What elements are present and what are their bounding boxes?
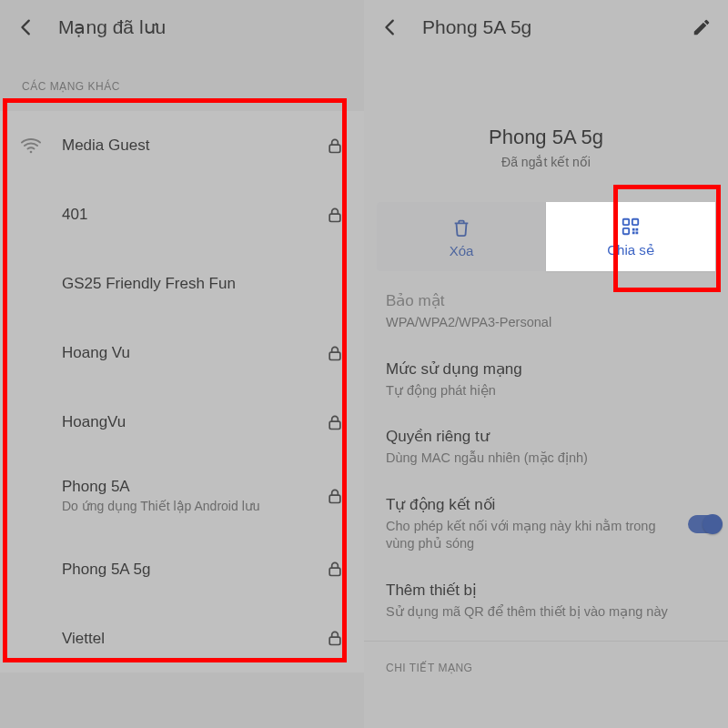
autoconnect-toggle[interactable] — [688, 515, 721, 533]
network-item[interactable]: Phong 5A 5g — [0, 534, 364, 603]
network-subtitle: Do ứng dụng Thiết lập Android lưu — [62, 498, 318, 514]
svg-rect-3 — [329, 352, 340, 359]
section-header-other-networks: CÁC MẠNG KHÁC — [0, 55, 364, 111]
network-summary: Phong 5A 5g Đã ngắt kết nối — [364, 55, 728, 202]
network-detail-screen: Phong 5A 5g Phong 5A 5g Đã ngắt kết nối … — [364, 0, 728, 728]
network-status: Đã ngắt kết nối — [364, 155, 728, 169]
svg-rect-11 — [632, 228, 635, 231]
network-item[interactable]: 401 — [0, 180, 364, 249]
share-button[interactable]: Chia sẻ — [546, 202, 715, 271]
network-name: GS25 Friendly Fresh Fun — [62, 274, 344, 293]
detail-list: Bảo mật WPA/WPA2/WPA3-Personal Mức sử dụ… — [364, 271, 728, 682]
usage-label: Mức sử dụng mạng — [386, 359, 706, 379]
adddevice-value: Sử dụng mã QR để thêm thiết bị vào mạng … — [386, 603, 706, 622]
qr-icon — [621, 217, 641, 237]
share-label: Chia sẻ — [607, 242, 654, 258]
svg-point-0 — [30, 151, 33, 154]
network-item[interactable]: Hoang Vu — [0, 318, 364, 388]
network-name: Phong 5A 5g — [364, 126, 728, 149]
divider — [364, 641, 728, 642]
network-item[interactable]: Phong 5ADo ứng dụng Thiết lập Android lư… — [0, 457, 364, 534]
svg-rect-4 — [329, 421, 340, 429]
back-icon[interactable] — [380, 17, 400, 37]
row-privacy[interactable]: Quyền riêng tư Dùng MAC ngẫu nhiên (mặc … — [364, 412, 728, 480]
section-header-network-detail: CHI TIẾT MẠNG — [364, 649, 728, 682]
security-label: Bảo mật — [386, 291, 706, 310]
network-item[interactable]: GS25 Friendly Fresh Fun — [0, 249, 364, 318]
network-name: Hoang Vu — [62, 343, 318, 362]
adddevice-label: Thêm thiết bị — [386, 581, 706, 600]
privacy-value: Dùng MAC ngẫu nhiên (mặc định) — [386, 450, 706, 468]
network-item[interactable]: Viettel — [0, 603, 364, 672]
svg-rect-12 — [636, 232, 639, 235]
network-name: Media Guest — [62, 136, 318, 155]
network-name: HoangVu — [62, 412, 318, 431]
svg-rect-1 — [329, 145, 340, 152]
autoconnect-value: Cho phép kết nối với mạng này khi nằm tr… — [386, 518, 679, 553]
svg-rect-7 — [329, 638, 340, 645]
network-name: Phong 5A 5g — [62, 560, 318, 579]
page-title: Mạng đã lưu — [58, 16, 166, 38]
svg-rect-9 — [632, 219, 638, 225]
row-autoconnect[interactable]: Tự động kết nối Cho phép kết nối với mạn… — [364, 480, 728, 566]
usage-value: Tự động phát hiện — [386, 382, 706, 400]
saved-networks-screen: Mạng đã lưu CÁC MẠNG KHÁC Media Guest401… — [0, 0, 364, 728]
network-name: 401 — [62, 205, 318, 224]
lock-icon — [326, 136, 344, 155]
edit-icon[interactable] — [692, 17, 712, 37]
lock-icon — [326, 344, 344, 362]
lock-icon — [326, 413, 344, 431]
lock-icon — [326, 487, 344, 505]
lock-icon — [326, 560, 344, 578]
security-value: WPA/WPA2/WPA3-Personal — [386, 314, 706, 332]
network-list: Media Guest401GS25 Friendly Fresh FunHoa… — [0, 111, 364, 672]
header-right: Phong 5A 5g — [364, 0, 728, 55]
svg-rect-2 — [329, 214, 340, 221]
delete-label: Xóa — [450, 243, 474, 258]
page-title: Phong 5A 5g — [422, 16, 531, 38]
delete-button[interactable]: Xóa — [377, 202, 546, 271]
svg-rect-13 — [632, 232, 635, 235]
lock-icon — [326, 206, 344, 224]
row-add-device[interactable]: Thêm thiết bị Sử dụng mã QR để thêm thiế… — [364, 566, 728, 634]
row-security[interactable]: Bảo mật WPA/WPA2/WPA3-Personal — [364, 277, 728, 345]
lock-icon — [326, 629, 344, 647]
svg-rect-8 — [623, 219, 629, 225]
row-usage[interactable]: Mức sử dụng mạng Tự động phát hiện — [364, 345, 728, 413]
network-item[interactable]: HoangVu — [0, 388, 364, 457]
svg-rect-5 — [329, 495, 340, 502]
svg-rect-14 — [636, 228, 639, 231]
network-name: Phong 5A — [62, 477, 318, 496]
network-name: Viettel — [62, 629, 318, 648]
network-item[interactable]: Media Guest — [0, 111, 364, 180]
header-left: Mạng đã lưu — [0, 0, 364, 55]
wifi-icon — [20, 135, 42, 157]
trash-icon — [451, 217, 471, 238]
back-icon[interactable] — [16, 17, 36, 37]
autoconnect-label: Tự động kết nối — [386, 495, 679, 514]
privacy-label: Quyền riêng tư — [386, 427, 706, 446]
action-row: Xóa Chia sẻ — [377, 202, 715, 271]
svg-rect-10 — [623, 228, 629, 234]
svg-rect-6 — [329, 569, 340, 576]
